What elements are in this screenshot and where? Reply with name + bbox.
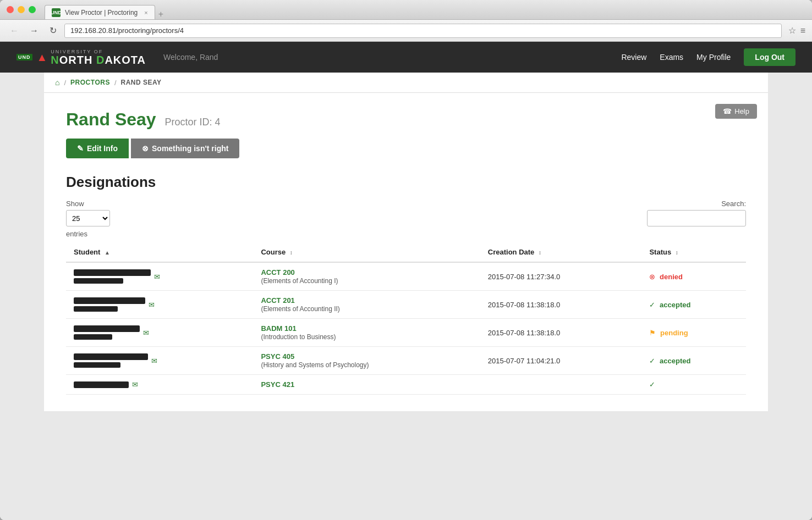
- student-bars-5: [74, 381, 129, 388]
- course-link-3[interactable]: BADM 101: [261, 324, 296, 333]
- course-column-label: Course: [261, 248, 286, 256]
- status-cell-4: ✓ accepted: [641, 347, 746, 375]
- course-cell-5: PSYC 421: [253, 375, 480, 395]
- student-sub-bar-2: [74, 306, 118, 312]
- nav-review[interactable]: Review: [621, 53, 646, 62]
- student-cell-2: ✉: [66, 291, 253, 319]
- status-label-2: accepted: [660, 301, 690, 309]
- nav-my-profile[interactable]: My Profile: [696, 53, 731, 62]
- breadcrumb-home-icon[interactable]: ⌂: [55, 78, 59, 87]
- forward-button[interactable]: →: [26, 24, 42, 38]
- und-badge: UND: [17, 54, 32, 60]
- sort-icon-course: ↕: [290, 250, 293, 256]
- edit-info-button[interactable]: ✎ Edit Info: [66, 139, 129, 158]
- student-name-bar-1: [74, 269, 151, 276]
- table-row: ✉ PSYC 405 (History and Systems of Psych…: [66, 347, 746, 375]
- back-button[interactable]: ←: [7, 24, 22, 38]
- close-button[interactable]: [7, 6, 14, 13]
- refresh-button[interactable]: ↻: [46, 23, 60, 38]
- show-select[interactable]: 25 10 50 100: [66, 210, 110, 226]
- help-button[interactable]: ☎ Help: [715, 104, 757, 119]
- column-creation-date[interactable]: Creation Date ↕: [480, 242, 642, 262]
- navbar-brand: UND ▲ UNIVERSITY OF NORTH DAKOTA Welcome…: [17, 49, 218, 65]
- sort-icon-student: ▲: [105, 250, 110, 256]
- address-bar[interactable]: [64, 24, 782, 38]
- breadcrumb-sep1: /: [64, 79, 66, 87]
- search-input[interactable]: [647, 210, 746, 226]
- course-link-1[interactable]: ACCT 200: [261, 268, 294, 276]
- designations-table: Student ▲ Course ↕ Creation Date ↕: [66, 242, 746, 395]
- column-status[interactable]: Status ↕: [641, 242, 746, 262]
- course-info-3: BADM 101 (Introduction to Business): [261, 324, 472, 341]
- date-cell-1: 2015-07-08 11:27:34.0: [480, 262, 642, 291]
- help-icon: ☎: [723, 107, 732, 115]
- breadcrumb-proctors-link[interactable]: PROCTORS: [70, 79, 110, 86]
- menu-button[interactable]: ≡: [800, 25, 805, 36]
- student-name-bar-4: [74, 353, 148, 360]
- logo-text: UNIVERSITY OF NORTH DAKOTA: [51, 49, 146, 65]
- table-row: ✉ ACCT 200 (Elements of Accounting I) 20…: [66, 262, 746, 291]
- email-icon-2[interactable]: ✉: [149, 301, 155, 309]
- student-info-2: ✉: [74, 297, 245, 312]
- edit-icon: ✎: [77, 144, 84, 153]
- entries-label: entries: [66, 230, 746, 238]
- status-label-3: pending: [660, 329, 688, 337]
- student-column-label: Student: [74, 248, 100, 256]
- student-cell-5: ✉: [66, 375, 253, 395]
- student-cell-4: ✉: [66, 347, 253, 375]
- date-cell-3: 2015-07-08 11:38:18.0: [480, 319, 642, 347]
- status-cell-1: ⊗ denied: [641, 262, 746, 291]
- email-icon-1[interactable]: ✉: [154, 273, 160, 281]
- help-label: Help: [734, 107, 749, 115]
- accepted-icon-2: ✓: [649, 301, 655, 309]
- maximize-button[interactable]: [29, 6, 36, 13]
- flame-icon: ▲: [37, 51, 48, 64]
- browser-tab[interactable]: UND View Proctor | Proctoring ×: [45, 5, 155, 19]
- accepted-icon-4: ✓: [649, 357, 655, 365]
- star-button[interactable]: ☆: [788, 25, 796, 36]
- date-cell-4: 2015-07-07 11:04:21.0: [480, 347, 642, 375]
- course-link-4[interactable]: PSYC 405: [261, 352, 294, 361]
- table-header-row: Student ▲ Course ↕ Creation Date ↕: [66, 242, 746, 262]
- proctor-id: Proctor ID: 4: [165, 117, 221, 128]
- column-course[interactable]: Course ↕: [253, 242, 480, 262]
- sort-icon-status: ↕: [676, 250, 678, 256]
- student-name-bar-2: [74, 297, 145, 304]
- minimize-button[interactable]: [18, 6, 25, 13]
- something-wrong-button[interactable]: ⊗ Something isn't right: [131, 139, 239, 158]
- search-label: Search:: [721, 200, 746, 208]
- browser-controls: [7, 6, 36, 13]
- logout-button[interactable]: Log Out: [744, 48, 795, 66]
- sort-icon-date: ↕: [539, 250, 541, 256]
- new-tab-button[interactable]: +: [158, 9, 163, 19]
- email-icon-5[interactable]: ✉: [132, 380, 138, 389]
- course-name-2: (Elements of Accounting II): [261, 305, 339, 313]
- section-title: Designations: [66, 174, 746, 191]
- tab-bar: UND View Proctor | Proctoring × +: [45, 0, 163, 19]
- table-controls: Show 25 10 50 100 Search:: [66, 200, 746, 226]
- student-sub-bar-1: [74, 278, 123, 284]
- student-sub-bar-4: [74, 362, 120, 368]
- course-link-2[interactable]: ACCT 201: [261, 296, 294, 305]
- nav-exams[interactable]: Exams: [660, 53, 683, 62]
- student-bars-1: [74, 269, 151, 284]
- student-info-4: ✉: [74, 353, 245, 368]
- student-sub-bar-3: [74, 334, 112, 340]
- warning-icon: ⊗: [142, 144, 149, 153]
- browser-window: UND View Proctor | Proctoring × + ← → ↻ …: [0, 0, 812, 520]
- show-label: Show: [66, 200, 110, 208]
- breadcrumb-current: RAND SEAY: [121, 79, 162, 86]
- tab-close-icon[interactable]: ×: [144, 9, 147, 16]
- course-link-5[interactable]: PSYC 421: [261, 380, 294, 389]
- tab-favicon: UND: [52, 8, 61, 17]
- browser-actions: ☆ ≡: [788, 25, 805, 36]
- status-cell-2: ✓ accepted: [641, 291, 746, 319]
- email-icon-4[interactable]: ✉: [151, 357, 157, 365]
- north-dakota-text: NORTH DAKOTA: [51, 54, 146, 65]
- course-info-1: ACCT 200 (Elements of Accounting I): [261, 268, 472, 285]
- date-cell-5: [480, 375, 642, 395]
- table-row: ✉ ACCT 201 (Elements of Accounting II) 2…: [66, 291, 746, 319]
- column-student[interactable]: Student ▲: [66, 242, 253, 262]
- logo-container: UND ▲ UNIVERSITY OF NORTH DAKOTA: [17, 49, 146, 65]
- email-icon-3[interactable]: ✉: [143, 329, 149, 337]
